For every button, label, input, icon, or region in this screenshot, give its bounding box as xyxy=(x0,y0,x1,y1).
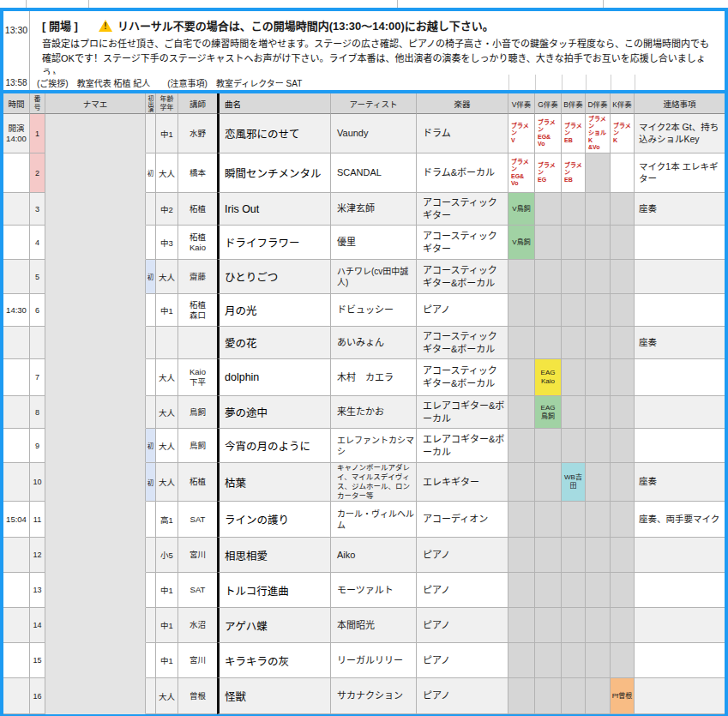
cell-notes[interactable] xyxy=(635,608,725,643)
col-header-notes[interactable]: 連絡事項 xyxy=(635,93,725,114)
cell-name[interactable] xyxy=(45,193,146,226)
cell-song[interactable]: 枯葉 xyxy=(217,463,331,502)
cell-age-grade[interactable]: 中1 xyxy=(156,573,178,608)
cell-accompaniment-k[interactable] xyxy=(611,153,635,193)
cell-time[interactable]: 14:30 xyxy=(3,294,30,327)
cell-song[interactable]: 怪獣 xyxy=(217,678,331,714)
cell-notes[interactable]: 座奏 xyxy=(635,327,725,359)
cell-song[interactable]: 瞬間センチメンタル xyxy=(217,153,331,193)
col-header-v-accompaniment[interactable]: V伴奏 xyxy=(508,93,535,114)
cell-number[interactable]: 5 xyxy=(30,260,45,294)
cell-instrument[interactable]: エレアコギター&ボーカル xyxy=(417,429,508,463)
cell-teacher[interactable]: 鳥飼 xyxy=(178,396,217,429)
cell-notes[interactable]: マイク2本 Gt、持ち込みショルKey xyxy=(635,114,725,153)
cell-teacher[interactable]: 柘植 xyxy=(178,463,217,502)
cell-teacher[interactable]: 水沼 xyxy=(178,608,217,643)
cell-accompaniment-b[interactable] xyxy=(562,359,586,396)
cell-number[interactable]: 13 xyxy=(30,573,45,608)
cell-song[interactable]: キラキラの灰 xyxy=(217,643,331,678)
cell-accompaniment-d[interactable] xyxy=(586,327,611,359)
cell-accompaniment-k[interactable] xyxy=(611,573,635,608)
cell-time[interactable]: 開演 14:00 xyxy=(3,114,30,153)
cell-accompaniment-v[interactable]: V鳥飼 xyxy=(508,226,535,260)
cell-accompaniment-d[interactable] xyxy=(586,608,611,643)
cell-artist[interactable]: あいみょん xyxy=(331,327,417,359)
cell-accompaniment-v[interactable] xyxy=(508,429,535,463)
cell-first-appearance[interactable] xyxy=(146,327,156,359)
cell-notes[interactable]: 座奏 xyxy=(635,193,725,226)
cell-accompaniment-k[interactable] xyxy=(611,502,635,538)
cell-accompaniment-v[interactable] xyxy=(508,608,535,643)
cell-accompaniment-b[interactable] xyxy=(562,538,586,573)
cell-accompaniment-k[interactable] xyxy=(611,429,635,463)
cell-accompaniment-d[interactable] xyxy=(586,678,611,714)
cell-name[interactable] xyxy=(45,294,146,327)
cell-teacher[interactable]: 鳥飼 xyxy=(178,429,217,463)
cell-accompaniment-v[interactable] xyxy=(508,294,535,327)
col-header-first-appearance[interactable]: 初出演 xyxy=(146,93,156,114)
cell-artist[interactable]: SCANDAL xyxy=(331,153,417,193)
cell-song[interactable]: 今宵の月のように xyxy=(217,429,331,463)
cell-accompaniment-d[interactable]: ブラメン ショルK &Vo xyxy=(586,114,611,153)
cell-song[interactable]: 相思相愛 xyxy=(217,538,331,573)
cell-accompaniment-g[interactable] xyxy=(535,260,562,294)
cell-time[interactable] xyxy=(3,573,30,608)
cell-accompaniment-d[interactable] xyxy=(586,502,611,538)
col-header-song[interactable]: 曲名 xyxy=(217,93,331,114)
cell-first-appearance[interactable]: 初 xyxy=(146,429,156,463)
cell-accompaniment-b[interactable] xyxy=(562,327,586,359)
cell-time[interactable]: 15:04 xyxy=(3,502,30,538)
cell-accompaniment-b[interactable] xyxy=(562,260,586,294)
cell-notes[interactable] xyxy=(635,294,725,327)
cell-accompaniment-d[interactable] xyxy=(586,643,611,678)
cell-accompaniment-v[interactable] xyxy=(508,327,535,359)
cell-age-grade[interactable]: 中2 xyxy=(156,193,178,226)
cell-instrument[interactable]: ドラム xyxy=(417,114,508,153)
cell-time[interactable] xyxy=(3,678,30,714)
col-header-number[interactable]: 番号 xyxy=(30,93,45,114)
cell-number[interactable]: 15 xyxy=(30,643,45,678)
cell-name[interactable] xyxy=(45,327,146,359)
cell-accompaniment-g[interactable]: ブラメン EG& Vo xyxy=(535,114,562,153)
cell-accompaniment-v[interactable] xyxy=(508,359,535,396)
cell-age-grade[interactable]: 小5 xyxy=(156,538,178,573)
cell-teacher[interactable]: SAT xyxy=(178,573,217,608)
cell-notes[interactable] xyxy=(635,429,725,463)
cell-accompaniment-b[interactable]: ブラメン EB xyxy=(562,114,586,153)
cell-song[interactable]: アゲハ蝶 xyxy=(217,608,331,643)
cell-number[interactable]: 8 xyxy=(30,396,45,429)
cell-song[interactable]: ドライフラワー xyxy=(217,226,331,260)
cell-artist[interactable]: 本間昭光 xyxy=(331,608,417,643)
cell-artist[interactable]: ハチワレ(cv田中誠人) xyxy=(331,260,417,294)
cell-teacher[interactable]: 宮川 xyxy=(178,643,217,678)
col-header-d-accompaniment[interactable]: D伴奏 xyxy=(586,93,611,114)
cell-instrument[interactable]: エレアコギター&ボーカル xyxy=(417,396,508,429)
cell-notes[interactable] xyxy=(635,643,725,678)
cell-name[interactable] xyxy=(45,463,146,502)
cell-instrument[interactable]: アコースティックギター&ボーカル xyxy=(417,359,508,396)
cell-accompaniment-g[interactable]: EAG 鳥飼 xyxy=(535,396,562,429)
cell-song[interactable]: Iris Out xyxy=(217,193,331,226)
cell-instrument[interactable]: アコースティックギター&ボーカル xyxy=(417,260,508,294)
cell-notes[interactable]: 座奏、両手要マイク xyxy=(635,502,725,538)
cell-time[interactable] xyxy=(3,193,30,226)
cell-number[interactable] xyxy=(30,327,45,359)
cell-teacher[interactable]: Kaio 下平 xyxy=(178,359,217,396)
cell-accompaniment-g[interactable]: EAG Kaio xyxy=(535,359,562,396)
cell-accompaniment-d[interactable] xyxy=(586,396,611,429)
cell-accompaniment-d[interactable] xyxy=(586,538,611,573)
cell-accompaniment-k[interactable] xyxy=(611,226,635,260)
cell-accompaniment-g[interactable] xyxy=(535,226,562,260)
cell-teacher[interactable]: 柘植 Kaio xyxy=(178,226,217,260)
cell-name[interactable] xyxy=(45,502,146,538)
cell-notes[interactable] xyxy=(635,226,725,260)
cell-accompaniment-g[interactable] xyxy=(535,463,562,502)
cell-time[interactable] xyxy=(3,359,30,396)
cell-accompaniment-v[interactable] xyxy=(508,573,535,608)
cell-first-appearance[interactable] xyxy=(146,608,156,643)
cell-time[interactable] xyxy=(3,396,30,429)
cell-accompaniment-k[interactable] xyxy=(611,327,635,359)
cell-age-grade[interactable]: 中1 xyxy=(156,294,178,327)
cell-age-grade[interactable]: 大人 xyxy=(156,260,178,294)
cell-accompaniment-g[interactable] xyxy=(535,429,562,463)
